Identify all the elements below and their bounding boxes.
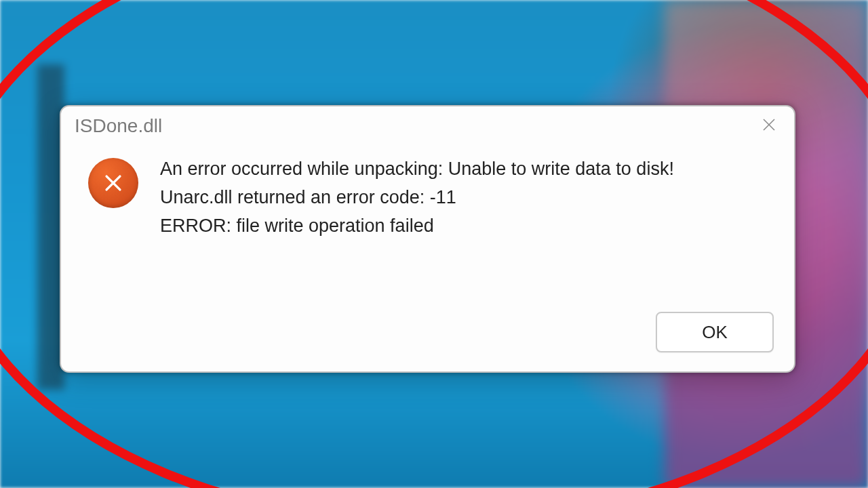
- dialog-body: An error occurred while unpacking: Unabl…: [61, 146, 794, 312]
- title-bar: ISDone.dll: [61, 106, 794, 146]
- close-icon: [761, 117, 777, 136]
- error-icon: [88, 158, 138, 208]
- window-title: ISDone.dll: [75, 115, 162, 137]
- error-message: An error occurred while unpacking: Unabl…: [160, 154, 767, 312]
- error-message-line3: ERROR: file write operation failed: [160, 212, 767, 241]
- ok-button[interactable]: OK: [656, 312, 774, 352]
- ok-button-label: OK: [702, 322, 728, 343]
- error-dialog: ISDone.dll An error occurred while unpac…: [60, 105, 795, 373]
- error-message-line2: Unarc.dll returned an error code: -11: [160, 184, 767, 212]
- error-message-line1: An error occurred while unpacking: Unabl…: [160, 155, 767, 184]
- close-button[interactable]: [751, 109, 787, 143]
- dialog-footer: OK: [61, 312, 794, 371]
